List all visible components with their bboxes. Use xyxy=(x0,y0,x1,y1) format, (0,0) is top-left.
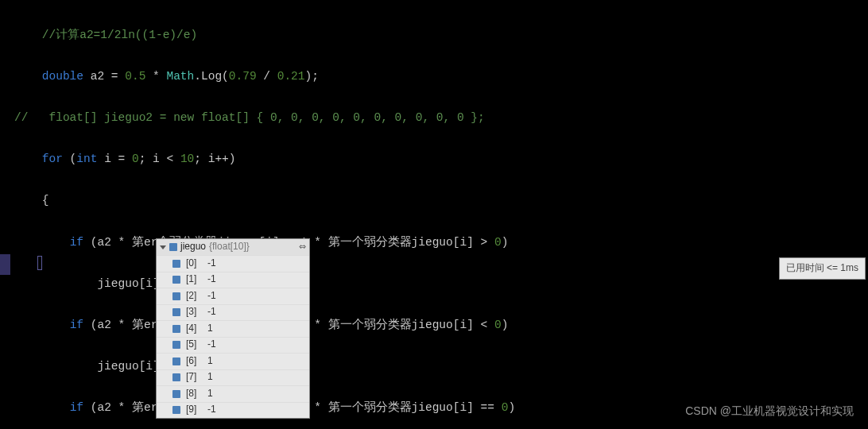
array-index: [9] xyxy=(186,401,203,419)
array-value: -1 xyxy=(207,336,216,354)
datatip-row[interactable]: [8]1 xyxy=(157,385,309,402)
comment: // float[] jieguo2 = new float[] { 0, 0,… xyxy=(14,111,485,124)
variable-icon xyxy=(172,308,180,316)
comment: //计算a2=1/2ln((1-e)/e) xyxy=(42,29,197,41)
variable-icon xyxy=(172,325,180,333)
datatip-header[interactable]: jieguo {float[10]} ⇔ xyxy=(157,239,309,255)
variable-name: jieguo xyxy=(180,238,206,256)
array-index: [6] xyxy=(186,353,203,370)
array-index: [1] xyxy=(186,271,203,288)
array-value: 1 xyxy=(207,369,213,386)
keyword-if: if xyxy=(70,319,83,331)
debug-datatip[interactable]: jieguo {float[10]} ⇔ [0]-1[1]-1[2]-1[3]-… xyxy=(156,238,310,419)
keyword-double: double xyxy=(42,70,83,83)
array-index: [0] xyxy=(186,255,203,272)
array-index: [2] xyxy=(186,288,203,305)
array-value: -1 xyxy=(207,271,216,288)
watermark: CSDN @工业机器视觉设计和实现 xyxy=(685,401,854,421)
datatip-row[interactable]: [3]-1 xyxy=(157,304,309,321)
variable-icon xyxy=(172,373,180,381)
array-index: [7] xyxy=(186,369,203,386)
array-value: -1 xyxy=(207,255,216,272)
variable-icon xyxy=(172,260,180,268)
variable-icon xyxy=(172,358,180,365)
variable-icon xyxy=(172,276,180,284)
timing-text: 已用时间 <= 1ms xyxy=(786,262,858,273)
variable-icon xyxy=(172,341,180,349)
datatip-row[interactable]: [0]-1 xyxy=(157,255,309,272)
array-index: [8] xyxy=(186,385,203,403)
pin-icon[interactable]: ⇔ xyxy=(299,239,306,255)
array-value: -1 xyxy=(207,401,216,419)
variable-type: {float[10]} xyxy=(209,238,250,256)
variable-icon xyxy=(172,292,180,300)
keyword-if: if xyxy=(70,236,83,249)
perf-timing-tip: 已用时间 <= 1ms xyxy=(779,257,866,280)
variable-icon xyxy=(172,406,180,414)
array-index: [5] xyxy=(186,336,203,354)
datatip-row[interactable]: [6]1 xyxy=(157,353,309,369)
keyword-if: if xyxy=(70,401,83,414)
array-value: -1 xyxy=(207,303,216,321)
collapse-icon[interactable] xyxy=(160,245,166,249)
datatip-row[interactable]: [4]1 xyxy=(157,320,309,337)
datatip-row[interactable]: [9]-1 xyxy=(157,402,309,419)
datatip-row[interactable]: [5]-1 xyxy=(157,337,309,354)
datatip-row[interactable]: [2]-1 xyxy=(157,288,309,304)
datatip-row[interactable]: [7]1 xyxy=(157,369,309,386)
array-value: -1 xyxy=(207,288,216,305)
keyword-for: for xyxy=(42,153,63,165)
code-editor[interactable]: //计算a2=1/2ln((1-e)/e) double a2 = 0.5 * … xyxy=(0,0,868,429)
array-index: [4] xyxy=(186,320,203,338)
array-value: 1 xyxy=(207,320,213,338)
array-value: 1 xyxy=(207,385,213,403)
variable-icon xyxy=(169,243,177,251)
datatip-row[interactable]: [1]-1 xyxy=(157,272,309,288)
variable-icon xyxy=(172,390,180,398)
array-index: [3] xyxy=(186,303,203,321)
array-value: 1 xyxy=(207,353,213,370)
